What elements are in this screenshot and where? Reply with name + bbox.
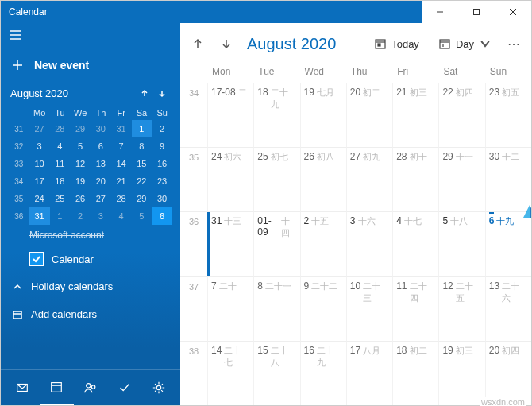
grid-day-cell[interactable]: 2 十五 — [300, 211, 346, 276]
grid-day-cell[interactable]: 10 二十三 — [346, 276, 392, 341]
mini-cal-day[interactable]: 3 — [91, 207, 111, 225]
mini-cal-day[interactable]: 25 — [50, 190, 71, 207]
next-period-button[interactable] — [215, 33, 237, 55]
todo-icon[interactable] — [107, 370, 141, 405]
grid-day-cell[interactable]: 25 初七 — [253, 147, 299, 211]
grid-day-cell[interactable]: 18 二十九 — [253, 83, 299, 147]
mini-cal-day[interactable]: 27 — [91, 190, 111, 207]
mini-cal-day[interactable]: 4 — [111, 207, 132, 225]
mini-cal-day[interactable]: 15 — [132, 155, 152, 172]
holiday-calendars-row[interactable]: Holiday calendars — [1, 273, 180, 300]
hamburger-button[interactable] — [1, 23, 180, 44]
grid-day-cell[interactable]: 16 二十九 — [300, 341, 346, 405]
mini-cal-prev[interactable] — [136, 89, 153, 99]
grid-day-cell[interactable]: 18 初二 — [392, 341, 438, 405]
mini-cal-day[interactable]: 10 — [29, 155, 50, 172]
mini-cal-day[interactable]: 13 — [91, 155, 111, 172]
maximize-button[interactable] — [458, 1, 495, 23]
grid-day-cell[interactable]: 24 初六 — [207, 147, 253, 211]
mini-cal-day[interactable]: 28 — [50, 120, 71, 137]
mini-cal-day[interactable]: 21 — [111, 172, 132, 190]
mini-cal-day[interactable]: 11 — [50, 155, 71, 172]
mini-cal-day[interactable]: 19 — [70, 172, 91, 190]
day-view-button[interactable]: Day — [432, 34, 498, 53]
mini-cal-day[interactable]: 29 — [70, 120, 91, 137]
mini-cal-day[interactable]: 17 — [29, 172, 50, 190]
mini-cal-next[interactable] — [153, 89, 171, 99]
grid-day-cell[interactable]: 20 初四 — [485, 341, 531, 405]
mini-cal-day[interactable]: 30 — [152, 190, 172, 207]
mini-cal-day[interactable]: 14 — [111, 155, 132, 172]
grid-day-cell[interactable]: 22 初四 — [438, 83, 484, 147]
month-title[interactable]: August 2020 — [244, 35, 361, 53]
grid-day-cell[interactable]: 4 十七 — [392, 211, 438, 276]
grid-day-cell[interactable]: 15 二十八 — [253, 341, 299, 405]
mini-cal-day[interactable]: 18 — [50, 172, 71, 190]
mini-cal-day[interactable]: 28 — [111, 190, 132, 207]
grid-day-cell[interactable]: 12 二十五 — [438, 276, 484, 341]
mini-cal-day[interactable]: 9 — [152, 137, 172, 155]
mini-cal-day[interactable]: 30 — [91, 120, 111, 137]
calendar-toggle[interactable]: Calendar — [1, 246, 180, 273]
grid-day-cell[interactable]: 17-08 二 — [207, 83, 253, 147]
grid-day-cell[interactable]: 19 七月 — [300, 83, 346, 147]
grid-day-cell[interactable]: 27 初九 — [346, 147, 392, 211]
mini-cal-weeknum: 34 — [9, 172, 29, 190]
settings-icon[interactable] — [141, 370, 175, 405]
grid-day-cell[interactable]: 17 八月 — [346, 341, 392, 405]
people-icon[interactable] — [74, 370, 108, 405]
mini-cal-day[interactable]: 5 — [70, 137, 91, 155]
mini-cal-day[interactable]: 5 — [132, 207, 152, 225]
grid-day-cell[interactable]: 13 二十六 — [485, 276, 531, 341]
grid-day-cell[interactable]: 14 二十七 — [207, 341, 253, 405]
mini-cal-day[interactable]: 8 — [132, 137, 152, 155]
mini-cal-day[interactable]: 31 — [111, 120, 132, 137]
grid-day-cell[interactable]: 7 二十 — [207, 276, 253, 341]
mini-cal-day[interactable]: 27 — [29, 120, 50, 137]
mini-cal-day[interactable]: 20 — [91, 172, 111, 190]
grid-day-cell[interactable]: 5 十八 — [438, 211, 484, 276]
mini-cal-day[interactable]: 1 — [132, 120, 152, 137]
more-button[interactable]: ⋯ — [504, 37, 525, 52]
new-event-button[interactable]: New event — [1, 44, 180, 86]
mini-cal-day[interactable]: 23 — [152, 172, 172, 190]
mail-icon[interactable] — [6, 370, 40, 405]
grid-day-cell[interactable]: 31 十三 — [207, 211, 253, 276]
today-button[interactable]: Today — [368, 34, 426, 53]
grid-day-cell[interactable]: 23 初五 — [485, 83, 531, 147]
mini-cal-day[interactable]: 1 — [50, 207, 71, 225]
mini-cal-day[interactable]: 24 — [29, 190, 50, 207]
grid-day-cell[interactable]: 6 十九 — [485, 211, 531, 276]
grid-day-cell[interactable]: 19 初三 — [438, 341, 484, 405]
grid-day-cell[interactable]: 29 十一 — [438, 147, 484, 211]
mini-cal-day[interactable]: 6 — [91, 137, 111, 155]
mini-cal-day[interactable]: 7 — [111, 137, 132, 155]
mini-cal-day[interactable]: 2 — [70, 207, 91, 225]
mini-cal-day[interactable]: 29 — [132, 190, 152, 207]
grid-day-cell[interactable]: 01-09 十四 — [253, 211, 299, 276]
grid-day-cell[interactable]: 11 二十四 — [392, 276, 438, 341]
mini-cal-day[interactable]: 3 — [29, 137, 50, 155]
add-calendars-row[interactable]: Add calendars — [1, 300, 180, 328]
mini-cal-day[interactable]: 31 — [29, 207, 50, 225]
prev-period-button[interactable] — [187, 33, 209, 55]
grid-day-cell[interactable]: 9 二十二 — [300, 276, 346, 341]
mini-cal-month[interactable]: August 2020 — [10, 87, 136, 99]
mini-cal-day[interactable]: 2 — [152, 120, 172, 137]
grid-day-cell[interactable]: 20 初二 — [346, 83, 392, 147]
mini-cal-day[interactable]: 22 — [132, 172, 152, 190]
mini-cal-day[interactable]: 12 — [70, 155, 91, 172]
grid-day-cell[interactable]: 30 十二 — [485, 147, 531, 211]
mini-cal-day[interactable]: 16 — [152, 155, 172, 172]
grid-day-cell[interactable]: 26 初八 — [300, 147, 346, 211]
mini-cal-day[interactable]: 6 — [152, 207, 172, 225]
grid-day-cell[interactable]: 28 初十 — [392, 147, 438, 211]
minimize-button[interactable] — [422, 1, 458, 23]
grid-day-cell[interactable]: 3 十六 — [346, 211, 392, 276]
mini-cal-day[interactable]: 4 — [50, 137, 71, 155]
mini-cal-day[interactable]: 26 — [70, 190, 91, 207]
close-button[interactable] — [495, 1, 531, 23]
grid-day-cell[interactable]: 21 初三 — [392, 83, 438, 147]
grid-day-cell[interactable]: 8 二十一 — [253, 276, 299, 341]
calendar-icon[interactable] — [40, 369, 74, 405]
